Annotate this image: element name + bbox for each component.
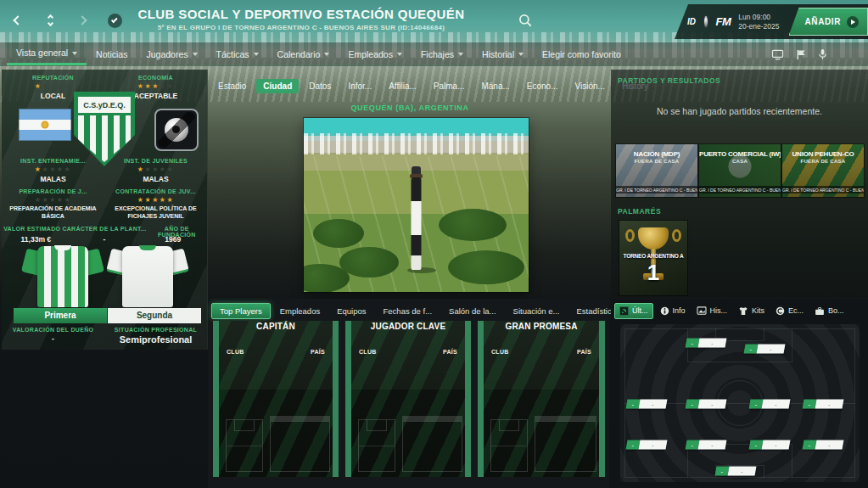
wonderkid-card[interactable]: GRAN PROMESA CLUB PAÍS (478, 321, 605, 477)
fixture-competition: GR. I DE TORNEO ARGENTINO C - BUENOS AIR… (699, 186, 781, 194)
formation-pitch: ---------------------- (620, 324, 860, 482)
tab-equipos[interactable]: Equipos (329, 304, 373, 318)
card-title: CAPITÁN (219, 322, 333, 331)
country-label: PAÍS (311, 349, 325, 355)
home-kit-button[interactable]: Primera (14, 308, 107, 323)
star-icon: ★ (42, 196, 49, 204)
continue-label: AÑADIR (805, 17, 842, 26)
logo-swoosh (158, 112, 195, 148)
player-plate[interactable]: -- (685, 339, 726, 348)
chevron-down-icon (324, 53, 329, 56)
tab-datos[interactable]: Datos (302, 79, 338, 93)
player-plate[interactable]: -- (626, 399, 668, 408)
tab-situacion[interactable]: Situación e... (506, 304, 568, 318)
nav-calendario[interactable]: Calendario (268, 42, 339, 65)
tab-palmares[interactable]: Palma... (427, 79, 472, 93)
fixture-venue: FUERA DE CASA (782, 159, 864, 164)
back-icon[interactable] (8, 10, 27, 31)
tab-afiliados[interactable]: Affilia... (382, 79, 423, 93)
crest-text: C.S.yD.E.Q. (78, 97, 131, 113)
tab-estadio[interactable]: Estadio (211, 79, 253, 93)
away-kit-button[interactable]: Segunda (108, 308, 201, 323)
navbar-icons (771, 42, 827, 66)
clock-time: Lun 09:00 (738, 13, 779, 22)
economy-label: ECONOMÍA (104, 75, 207, 81)
card-title: GRAN PROMESA (484, 322, 599, 331)
chevron-down-icon (458, 53, 463, 56)
honours-title: PALMARÉS (618, 207, 661, 216)
tab-salon[interactable]: Salón de la... (441, 304, 503, 318)
competition-logo (154, 109, 199, 151)
youth-prep-value: PREPARACIÓN DE ACADEMIA BÁSICA (2, 205, 104, 220)
tab-manager[interactable]: Mána... (474, 79, 516, 93)
tab-vision[interactable]: Visión... (568, 79, 612, 93)
tab-empleados[interactable]: Empleados (272, 304, 328, 318)
tab-informacion[interactable]: Infor... (341, 79, 378, 93)
tab-top-players[interactable]: Top Players (211, 303, 271, 319)
youth-recruit-stars: ★★★★★ (104, 196, 207, 204)
plate-player-name: - (815, 399, 844, 408)
training-facilities-value: MALAS (2, 175, 104, 183)
tab-ciudad[interactable]: Ciudad (256, 79, 299, 93)
tab-ultimo-once[interactable]: Últ... (614, 303, 653, 319)
tab-historia[interactable]: His... (692, 304, 732, 317)
player-plate[interactable]: -- (748, 440, 790, 449)
tab-bolsa[interactable]: Bo... (810, 304, 848, 318)
key-player-card[interactable]: JUGADOR CLAVE CLUB PAÍS (345, 321, 471, 477)
forward-icon[interactable] (73, 10, 92, 31)
top-players-panel: Top Players Empleados Equipos Fechas de … (208, 299, 609, 488)
search-icon[interactable] (518, 13, 533, 28)
captain-card[interactable]: CAPITÁN CLUB PAÍS (213, 321, 339, 477)
nav-vista-general[interactable]: Vista general (7, 42, 87, 65)
manager-id-badge[interactable]: ID (687, 17, 696, 26)
chevron-down-icon (193, 53, 198, 56)
monitor-icon[interactable] (771, 49, 784, 60)
player-plate[interactable]: -- (748, 399, 790, 408)
reputation-label: REPUTACIÓN (2, 75, 104, 81)
tab-economia-club[interactable]: Ec... (771, 304, 808, 318)
fixture-opponent: PUERTO COMERCIAL (IW) (699, 150, 781, 158)
matches-title: PARTIDOS Y RESULTADOS (618, 76, 720, 85)
formation-tabs: Últ... Info His... Kits Ec... Bo... (614, 301, 848, 320)
club-badge-icon[interactable] (703, 15, 708, 28)
nav-historial[interactable]: Historial (473, 42, 533, 65)
tab-kits[interactable]: Kits (734, 304, 769, 318)
continue-button[interactable]: AÑADIR (789, 8, 868, 36)
player-plate[interactable]: -- (803, 440, 844, 449)
nav-fichajes[interactable]: Fichajes (412, 42, 473, 65)
nav-elegir-favorito[interactable]: Elegir como favorito (533, 42, 630, 65)
nav-noticias[interactable]: Noticias (87, 42, 137, 65)
star-icon: ★ (57, 165, 64, 173)
star-icon: ★ (152, 165, 160, 173)
up-down-arrows-icon[interactable] (41, 10, 59, 31)
tab-economia[interactable]: Econo... (520, 79, 565, 93)
reputation-stars: ★★★★★ (2, 82, 104, 90)
owner-rating-value: - (2, 334, 104, 345)
fixture-card[interactable]: UNION PEHUEN-CO FUERA DE CASA GR. I DE T… (782, 144, 864, 197)
nav-tacticas[interactable]: Tácticas (207, 42, 268, 65)
player-plate[interactable]: -- (744, 345, 786, 354)
tab-info[interactable]: Info (656, 304, 690, 318)
plate-player-name: - (639, 440, 668, 449)
player-plate[interactable]: -- (626, 440, 668, 449)
country-label: PAÍS (443, 349, 457, 355)
plate-player-name: - (697, 440, 726, 449)
plate-player-name: - (761, 440, 790, 449)
microphone-icon[interactable] (818, 48, 827, 60)
trophy-card[interactable]: TORNEO ARGENTINO A 1 (619, 221, 687, 295)
plate-player-name: - (639, 399, 668, 408)
flag-icon[interactable] (796, 49, 806, 60)
player-plate[interactable]: -- (714, 466, 756, 475)
player-plate[interactable]: -- (685, 440, 726, 449)
plate-player-name: - (815, 440, 844, 449)
nav-empleados[interactable]: Empleados (339, 42, 412, 65)
city-caption: QUEQUÉN (BA), ARGENTINA (211, 104, 608, 112)
tab-fechas[interactable]: Fechas de f... (376, 304, 440, 318)
fixture-card[interactable]: NACIÓN (MDP) FUERA DE CASA GR. I DE TORN… (616, 144, 697, 197)
player-plate[interactable]: -- (803, 399, 844, 408)
nav-jugadores[interactable]: Jugadores (137, 42, 206, 65)
star-icon: ★ (167, 82, 175, 90)
club-crest[interactable]: C.S.yD.E.Q. (74, 92, 135, 166)
fixture-card[interactable]: PUERTO COMERCIAL (IW) CASA GR. I DE TORN… (699, 144, 781, 197)
player-plate[interactable]: -- (685, 399, 726, 408)
